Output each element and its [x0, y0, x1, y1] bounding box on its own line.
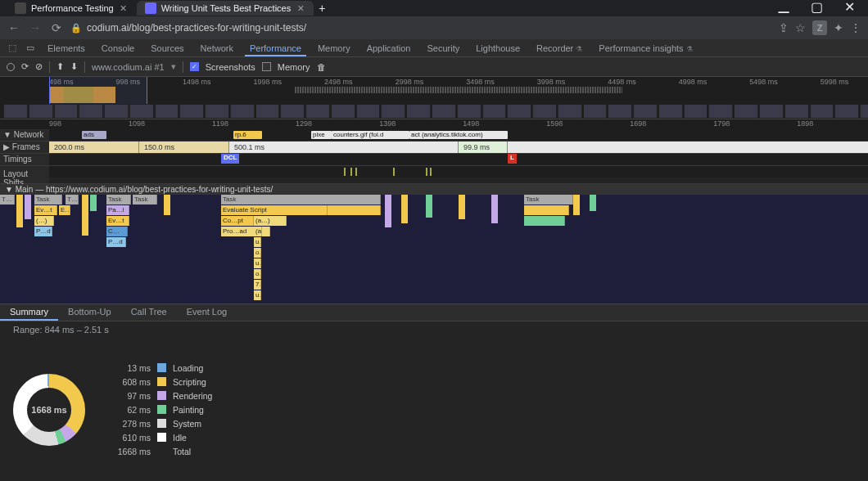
new-tab-button[interactable]: + — [314, 2, 330, 15]
layout-shifts-lane[interactable]: Layout Shifts — [0, 166, 868, 184]
devtools-tabs: ⬚ ▭ ElementsConsoleSourcesNetworkPerform… — [0, 39, 868, 57]
network-request[interactable]: act (analytics.tiktok.com) — [409, 131, 508, 139]
legend-row: 608 msScripting — [110, 377, 212, 387]
devtools-tab-elements[interactable]: Elements — [39, 41, 93, 56]
filmstrip — [3, 104, 868, 119]
network-request[interactable]: pixe — [311, 131, 332, 139]
devtools-tab-recorder[interactable]: Recorder⚗ — [528, 41, 590, 56]
extensions-icon[interactable]: ✦ — [834, 21, 843, 34]
devtools-tab-performance-insights[interactable]: Performance insights⚗ — [590, 41, 700, 56]
address-bar: ← → ⟳ 🔒 codium.ai/blog/best-practices-fo… — [0, 16, 868, 39]
bottom-tab-bottom-up[interactable]: Bottom-Up — [58, 304, 121, 321]
summary-donut-chart: 1668 ms — [13, 374, 85, 446]
devtools-tab-console[interactable]: Console — [93, 41, 142, 56]
clear-button[interactable]: ⊘ — [35, 61, 43, 72]
devtools-tab-application[interactable]: Application — [359, 41, 419, 56]
frame-segment[interactable]: 150.0 ms — [139, 142, 229, 153]
close-tab-icon[interactable]: × — [119, 3, 129, 13]
maximize-button[interactable]: ▢ — [804, 0, 829, 17]
frames-lane[interactable]: ▶ Frames 200.0 ms150.0 ms500.1 ms99.9 ms — [0, 142, 868, 154]
timings-lane[interactable]: Timings DCL L — [0, 154, 868, 166]
frame-segment[interactable]: 500.1 ms — [229, 142, 459, 153]
record-button[interactable] — [7, 63, 15, 71]
window-controls: ⚊ ▢ ✕ — [771, 0, 861, 17]
legend-row: 278 msSystem — [110, 419, 212, 429]
url-text[interactable]: codium.ai/blog/best-practices-for-writin… — [87, 22, 306, 34]
menu-icon[interactable]: ⋮ — [850, 21, 861, 34]
load-profile-button[interactable]: ⬆ — [57, 61, 64, 72]
device-icon[interactable]: ▭ — [21, 40, 39, 56]
browser-tab[interactable]: Performance Testing× — [7, 1, 137, 16]
flame-chart[interactable]: T… Task T… Task Task Task Task Ev…t E… P… — [0, 195, 868, 303]
inspect-icon[interactable]: ⬚ — [3, 40, 21, 56]
browser-tab[interactable]: Writing Unit Tests Best Practices× — [137, 1, 314, 16]
devtools-tab-lighthouse[interactable]: Lighthouse — [468, 41, 528, 56]
detail-ruler: 998 ms1098 ms1198 ms1298 ms1398 ms1498 m… — [0, 119, 868, 129]
close-window-button[interactable]: ✕ — [837, 0, 861, 17]
lock-icon: 🔒 — [70, 23, 82, 34]
profile-badge[interactable]: Z — [812, 20, 827, 35]
load-marker: L — [508, 154, 517, 164]
frame-segment[interactable]: 99.9 ms — [459, 142, 508, 153]
network-request[interactable]: ads — [82, 131, 106, 139]
devtools-tab-memory[interactable]: Memory — [310, 41, 359, 56]
network-request[interactable]: counters.gif (foi.d — [332, 131, 409, 139]
legend-row: 97 msRendering — [110, 391, 212, 401]
summary-panel: 1668 ms 13 msLoading608 msScripting97 ms… — [0, 338, 868, 481]
close-tab-icon[interactable]: × — [296, 3, 305, 13]
legend-row: 610 msIdle — [110, 433, 212, 443]
share-icon[interactable]: ⇪ — [779, 21, 789, 34]
summary-legend: 13 msLoading608 msScripting97 msRenderin… — [110, 344, 212, 474]
save-profile-button[interactable]: ⬇ — [70, 61, 78, 72]
devtools-tab-network[interactable]: Network — [192, 41, 242, 56]
bottom-tab-event-log[interactable]: Event Log — [177, 304, 237, 321]
reload-button[interactable]: ⟳ — [49, 21, 64, 34]
minimize-button[interactable]: ⚊ — [771, 0, 796, 17]
bottom-tab-summary[interactable]: Summary — [0, 304, 58, 321]
performance-toolbar: ⟳ ⊘ ⬆ ⬇ www.codium.ai #1 ▾ ✓ Screenshots… — [0, 57, 868, 77]
summary-tabs: SummaryBottom-UpCall TreeEvent Log — [0, 303, 868, 321]
recording-label[interactable]: www.codium.ai #1 — [92, 62, 165, 72]
back-button[interactable]: ← — [7, 21, 21, 34]
overview-timeline[interactable]: 498 ms998 ms1498 ms1998 ms2498 ms2998 ms… — [0, 77, 868, 119]
forward-button[interactable]: → — [28, 21, 43, 34]
frame-segment[interactable]: 200.0 ms — [49, 142, 139, 153]
network-lane[interactable]: ▼ Network adsrp.6pixecounters.gif (foi.d… — [0, 129, 868, 142]
legend-row: 13 msLoading — [110, 363, 212, 373]
legend-row: 1668 msTotal — [110, 447, 212, 456]
screenshots-checkbox[interactable]: ✓ — [190, 62, 199, 71]
devtools-tab-security[interactable]: Security — [418, 41, 468, 56]
legend-row: 62 msPainting — [110, 405, 212, 415]
devtools-tab-sources[interactable]: Sources — [142, 41, 192, 56]
main-thread-header[interactable]: ▼ Main — https://www.codium.ai/blog/best… — [0, 184, 868, 195]
bottom-tab-call-tree[interactable]: Call Tree — [121, 304, 177, 321]
devtools-panel: ⬚ ▭ ElementsConsoleSourcesNetworkPerform… — [0, 39, 868, 481]
gc-button[interactable]: 🗑 — [317, 62, 326, 72]
devtools-tab-performance[interactable]: Performance — [242, 41, 310, 56]
dcl-marker: DCL — [221, 154, 239, 164]
network-request[interactable]: rp.6 — [233, 131, 262, 139]
range-label: Range: 844 ms – 2.51 s — [0, 321, 868, 338]
bookmark-icon[interactable]: ☆ — [795, 21, 806, 34]
reload-record-button[interactable]: ⟳ — [21, 61, 29, 72]
browser-tab-bar: Performance Testing×Writing Unit Tests B… — [0, 0, 868, 16]
memory-checkbox[interactable] — [262, 62, 271, 71]
